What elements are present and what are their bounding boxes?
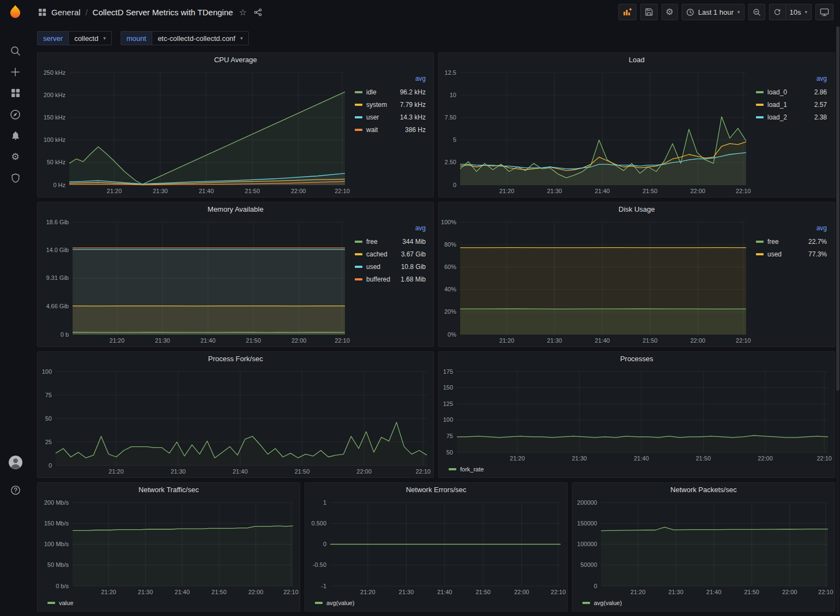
chart-svg-memory-available[interactable]: 0 b4.66 Gib9.31 Gib14.0 Gib18.6 Gib21:20… [38,217,352,346]
panel-title-memory-available[interactable]: Memory Available [38,202,433,217]
svg-text:22:10: 22:10 [283,589,299,595]
legend-item-avg-value[interactable]: avg(value) [315,600,354,606]
add-panel-button[interactable] [618,4,636,20]
legend-swatch [355,104,362,106]
svg-text:150 Mb/s: 150 Mb/s [44,520,69,527]
scrollbar[interactable] [836,26,839,614]
share-dashboard-button[interactable] [253,7,263,17]
legend-item-used[interactable]: used10.8 Gib [355,260,426,273]
variable-server-value[interactable]: collectd ▾ [68,31,112,45]
star-icon: ☆ [239,7,247,17]
legend-value: 77.3% [808,250,827,258]
legend-item-free[interactable]: free344 Mib [355,235,426,248]
legend-item-cached[interactable]: cached3.67 Gib [355,248,426,260]
svg-text:0.500: 0.500 [311,520,326,527]
chart-network-traffic-sec[interactable]: 0 b/s50 Mb/s100 Mb/s150 Mb/s200 Mb/s21:2… [38,497,300,598]
panel-title-processes[interactable]: Processes [439,352,835,366]
refresh-interval-button[interactable]: 10s ▾ [785,4,812,20]
svg-text:25: 25 [45,439,52,445]
sidebar-help-button[interactable] [3,480,27,501]
legend-item-load-0[interactable]: load_02.86 [756,86,827,98]
sidebar-create-button[interactable] [3,61,27,82]
svg-text:-1: -1 [321,583,326,589]
panel-title-network-packets-sec[interactable]: Network Packets/sec [573,483,835,497]
chart-svg-load[interactable]: 02.5057.501012.521:2021:3021:4021:5022:0… [439,67,753,197]
panel-title-cpu-average[interactable]: CPU Average [38,53,433,67]
chart-svg-network-traffic-sec[interactable]: 0 b/s50 Mb/s100 Mb/s150 Mb/s200 Mb/s21:2… [38,497,300,598]
legend: avg(value) [305,598,567,611]
legend-item-buffered[interactable]: buffered1.68 Mib [355,273,426,285]
chart-svg-disk-usage[interactable]: 0%20%40%60%80%100%21:2021:3021:4021:5022… [439,217,753,346]
grafana-logo[interactable] [8,4,23,21]
chart-cpu-average[interactable]: 0 Hz50 kHz100 kHz150 kHz200 kHz250 kHz21… [38,67,352,197]
legend-item-avg-value[interactable]: avg(value) [582,600,622,606]
chart-svg-network-packets-sec[interactable]: 05000010000015000020000021:2021:3021:402… [573,497,835,598]
svg-text:21:30: 21:30 [669,589,684,595]
time-range-picker[interactable]: Last 1 hour ▾ [682,4,744,20]
panel-title-disk-usage[interactable]: Disk Usage [439,202,835,217]
legend-item-load-1[interactable]: load_12.57 [756,98,827,111]
legend-item-value[interactable]: value [47,600,73,606]
sidebar-server-admin-button[interactable] [3,168,27,189]
breadcrumb-folder[interactable]: General [51,8,80,17]
plus-icon [10,67,21,77]
chart-network-packets-sec[interactable]: 05000010000015000020000021:2021:3021:402… [573,497,835,598]
dashboard-settings-button[interactable]: ⚙ [662,4,678,20]
scrollbar-thumb[interactable] [836,26,839,391]
svg-text:22:00: 22:00 [782,589,797,595]
chart-network-errors-sec[interactable]: -1-0.5000.500121:2021:3021:4021:5022:002… [305,497,567,598]
legend-avg-header[interactable]: avg [355,224,426,235]
user-avatar[interactable] [3,452,27,473]
panel-title-network-errors-sec[interactable]: Network Errors/sec [305,483,567,497]
legend-item-user[interactable]: user14.3 kHz [355,111,426,123]
svg-text:21:50: 21:50 [246,337,261,344]
chart-disk-usage[interactable]: 0%20%40%60%80%100%21:2021:3021:4021:5022… [439,217,753,346]
sidebar-alerting-button[interactable] [3,125,27,146]
chart-svg-processes[interactable]: 507510012515017521:2021:3021:4021:5022:0… [439,366,835,464]
refresh-button[interactable] [769,4,785,20]
panel-memory-available: Memory Available0 b4.66 Gib9.31 Gib14.0 … [37,202,434,347]
star-dashboard-button[interactable]: ☆ [238,6,248,19]
variable-mount-value[interactable]: etc-collectd-collectd.conf ▾ [152,31,249,45]
svg-text:50: 50 [45,415,52,422]
legend-swatch [449,468,456,470]
chart-process-fork-sec[interactable]: 025507510021:2021:3021:4021:5022:0022:10 [38,366,433,477]
sidebar-explore-button[interactable] [3,104,27,125]
sidebar-configuration-button[interactable]: ⚙ [3,146,27,168]
legend-swatch [355,266,362,268]
sidebar-dashboards-button[interactable] [3,82,27,104]
chart-svg-cpu-average[interactable]: 0 Hz50 kHz100 kHz150 kHz200 kHz250 kHz21… [38,67,352,197]
chart-svg-process-fork-sec[interactable]: 025507510021:2021:3021:4021:5022:0022:10 [38,366,433,477]
svg-text:0 b: 0 b [61,331,69,338]
svg-text:9.31 Gib: 9.31 Gib [46,274,69,281]
legend-item-system[interactable]: system7.79 kHz [355,98,426,111]
legend-label: avg(value) [594,600,622,606]
panel-title-network-traffic-sec[interactable]: Network Traffic/sec [38,483,300,497]
chart-svg-network-errors-sec[interactable]: -1-0.5000.500121:2021:3021:4021:5022:002… [305,497,567,598]
chart-processes[interactable]: 507510012515017521:2021:3021:4021:5022:0… [439,366,835,464]
topbar: General / CollectD Server Metrics with T… [31,0,840,24]
panel-process-fork-sec: Process Fork/sec025507510021:2021:3021:4… [37,351,434,478]
legend-item-idle[interactable]: idle96.2 kHz [355,86,426,98]
legend-avg-header[interactable]: avg [756,224,827,235]
legend-item-load-2[interactable]: load_22.38 [756,111,827,123]
panel-title-process-fork-sec[interactable]: Process Fork/sec [38,352,433,366]
cycle-view-button[interactable] [815,4,833,20]
svg-text:100 Mb/s: 100 Mb/s [44,541,69,547]
legend: value [38,598,300,611]
panel-title-load[interactable]: Load [439,53,835,67]
chart-memory-available[interactable]: 0 b4.66 Gib9.31 Gib14.0 Gib18.6 Gib21:20… [38,217,352,346]
legend-item-used[interactable]: used77.3% [756,248,827,260]
chart-load[interactable]: 02.5057.501012.521:2021:3021:4021:5022:0… [439,67,753,197]
legend-avg-header[interactable]: avg [756,75,827,86]
zoom-out-button[interactable] [748,4,765,20]
legend-item-wait[interactable]: wait386 Hz [355,123,426,136]
sidebar-search-button[interactable] [3,40,27,61]
legend-item-fork-rate[interactable]: fork_rate [449,466,484,473]
svg-text:125: 125 [443,400,453,407]
svg-text:21:50: 21:50 [642,337,658,344]
save-dashboard-button[interactable] [640,4,658,20]
legend-avg-header[interactable]: avg [355,75,426,86]
svg-text:22:00: 22:00 [356,468,372,475]
legend-item-free[interactable]: free22.7% [756,235,827,248]
